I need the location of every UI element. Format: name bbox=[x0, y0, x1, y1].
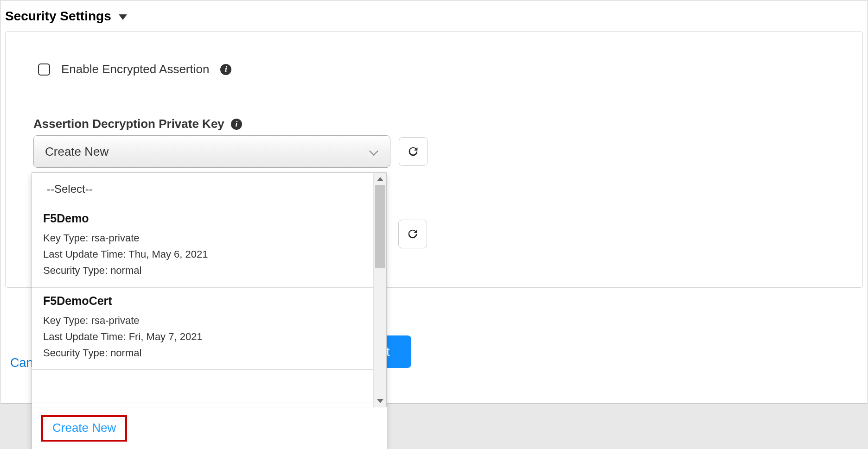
arrow-down-icon bbox=[377, 399, 383, 403]
dropdown-list: --Select-- F5Demo Key Type: rsa-private … bbox=[32, 173, 374, 407]
refresh-icon bbox=[407, 145, 420, 158]
dropdown-item-meta: Key Type: rsa-private Last Update Time: … bbox=[43, 230, 363, 279]
caret-down-icon bbox=[119, 14, 127, 20]
assertion-key-label-row: Assertion Decryption Private Key i bbox=[33, 117, 242, 131]
info-icon[interactable]: i bbox=[231, 119, 242, 130]
refresh-button[interactable] bbox=[399, 137, 428, 166]
refresh-button[interactable] bbox=[398, 220, 427, 248]
section-title: Security Settings bbox=[5, 9, 111, 24]
arrow-up-icon bbox=[377, 177, 383, 181]
assertion-key-label: Assertion Decryption Private Key bbox=[33, 117, 224, 131]
scroll-up-button[interactable] bbox=[374, 173, 387, 185]
dropdown-item-title: F5Demo bbox=[43, 212, 363, 225]
enable-encrypted-assertion-row: Enable Encrypted Assertion i bbox=[38, 62, 231, 76]
cancel-link[interactable]: Can bbox=[10, 356, 33, 370]
assertion-key-select[interactable]: Create New bbox=[33, 135, 390, 168]
enable-encrypted-assertion-label: Enable Encrypted Assertion bbox=[61, 62, 209, 76]
scroll-down-button[interactable] bbox=[374, 395, 387, 407]
dropdown-scrollbar[interactable] bbox=[373, 173, 386, 407]
dropdown-item-truncated[interactable] bbox=[32, 370, 374, 403]
dropdown-item-meta: Key Type: rsa-private Last Update Time: … bbox=[43, 312, 363, 361]
dropdown-item-title bbox=[43, 376, 363, 390]
section-header[interactable]: Security Settings bbox=[0, 0, 868, 30]
refresh-icon bbox=[406, 228, 419, 240]
next-button[interactable]: t bbox=[385, 335, 411, 368]
assertion-key-selected-value: Create New bbox=[45, 145, 108, 159]
dropdown-footer: Create New bbox=[32, 407, 387, 449]
dropdown-item-f5demo[interactable]: F5Demo Key Type: rsa-private Last Update… bbox=[32, 205, 374, 288]
create-new-button[interactable]: Create New bbox=[41, 415, 127, 442]
chevron-down-icon bbox=[370, 147, 379, 156]
scroll-thumb[interactable] bbox=[375, 185, 385, 268]
dropdown-placeholder[interactable]: --Select-- bbox=[32, 173, 374, 205]
assertion-key-dropdown: --Select-- F5Demo Key Type: rsa-private … bbox=[32, 172, 387, 449]
dropdown-item-f5democert[interactable]: F5DemoCert Key Type: rsa-private Last Up… bbox=[32, 288, 374, 370]
info-icon[interactable]: i bbox=[220, 64, 231, 75]
enable-encrypted-assertion-checkbox[interactable] bbox=[38, 63, 50, 76]
dropdown-item-title: F5DemoCert bbox=[43, 294, 363, 308]
next-button-fragment: t bbox=[386, 345, 390, 359]
assertion-key-select-row: Create New bbox=[33, 135, 428, 168]
